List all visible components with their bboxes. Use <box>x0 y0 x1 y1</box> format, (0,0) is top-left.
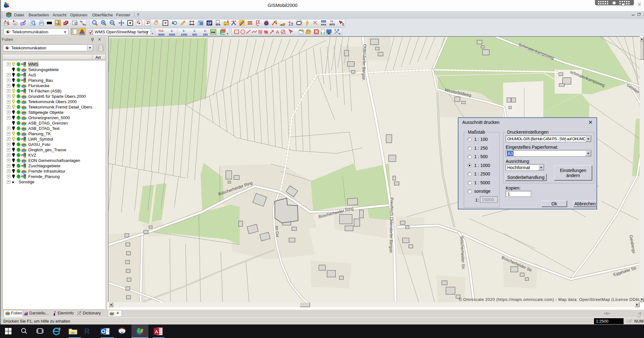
svg-text:SF: SF <box>207 21 212 25</box>
svg-text:Im Ort: Im Ort <box>275 226 280 237</box>
svg-text:EPA: EPA <box>216 23 220 26</box>
svg-text:KFS: KFS <box>321 23 326 26</box>
svg-text:S: S <box>227 20 229 23</box>
svg-text:Tx: Tx <box>330 20 333 23</box>
svg-text:KFS: KFS <box>330 23 335 26</box>
svg-text:© Omniscale 2020 (https://maps: © Omniscale 2020 (https://maps.omniscale… <box>459 297 640 302</box>
svg-text:A: A <box>276 29 279 35</box>
svg-text:Preußisch Oldendorfer Bergstr.: Preußisch Oldendorfer Bergstr. <box>389 197 394 254</box>
svg-text:nut: nut <box>297 24 300 25</box>
svg-text:A: A <box>155 329 158 334</box>
